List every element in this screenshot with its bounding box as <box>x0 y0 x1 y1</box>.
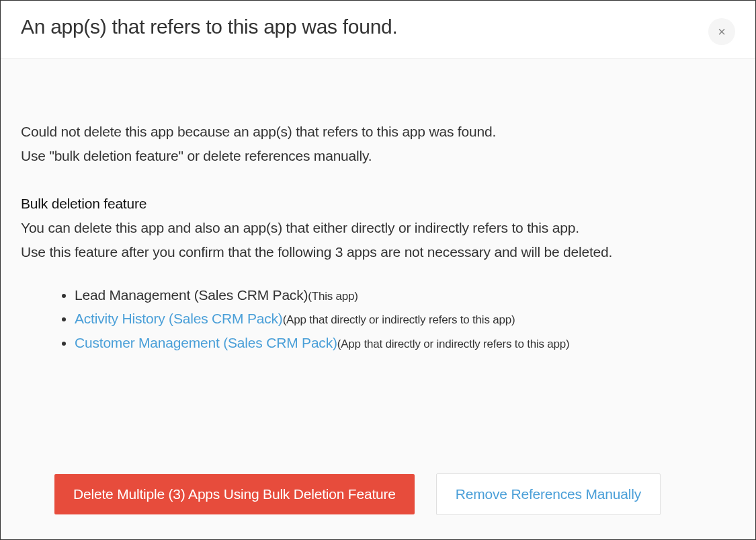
app-note: (App that directly or indirectly refers … <box>283 313 515 326</box>
bulk-delete-button[interactable]: Delete Multiple (3) Apps Using Bulk Dele… <box>54 474 415 514</box>
remove-references-button[interactable]: Remove References Manually <box>436 473 661 515</box>
modal-title: An app(s) that refers to this app was fo… <box>21 15 397 38</box>
modal-footer: Delete Multiple (3) Apps Using Bulk Dele… <box>1 453 755 539</box>
intro-line-1: Could not delete this app because an app… <box>21 120 735 144</box>
modal-body: Could not delete this app because an app… <box>1 59 755 453</box>
modal-header: An app(s) that refers to this app was fo… <box>1 1 755 59</box>
bulk-deletion-desc: You can delete this app and also an app(… <box>21 216 735 264</box>
section-desc-line-1: You can delete this app and also an app(… <box>21 216 735 240</box>
list-item: Customer Management (Sales CRM Pack)(App… <box>75 331 735 355</box>
app-list: Lead Management (Sales CRM Pack)(This ap… <box>21 283 735 355</box>
bulk-deletion-heading: Bulk deletion feature <box>21 196 735 212</box>
close-button[interactable]: × <box>708 18 735 45</box>
list-item: Lead Management (Sales CRM Pack)(This ap… <box>75 283 735 307</box>
app-note: (This app) <box>308 290 358 303</box>
app-name: Lead Management (Sales CRM Pack) <box>75 287 308 303</box>
app-link[interactable]: Customer Management (Sales CRM Pack) <box>75 335 337 350</box>
intro-text: Could not delete this app because an app… <box>21 120 735 167</box>
close-icon: × <box>718 24 726 40</box>
app-note: (App that directly or indirectly refers … <box>337 338 570 350</box>
modal-dialog: An app(s) that refers to this app was fo… <box>0 0 756 540</box>
intro-line-2: Use "bulk deletion feature" or delete re… <box>21 144 735 168</box>
list-item: Activity History (Sales CRM Pack)(App th… <box>75 307 735 331</box>
app-link[interactable]: Activity History (Sales CRM Pack) <box>75 311 283 326</box>
section-desc-line-2: Use this feature after you confirm that … <box>21 240 735 264</box>
